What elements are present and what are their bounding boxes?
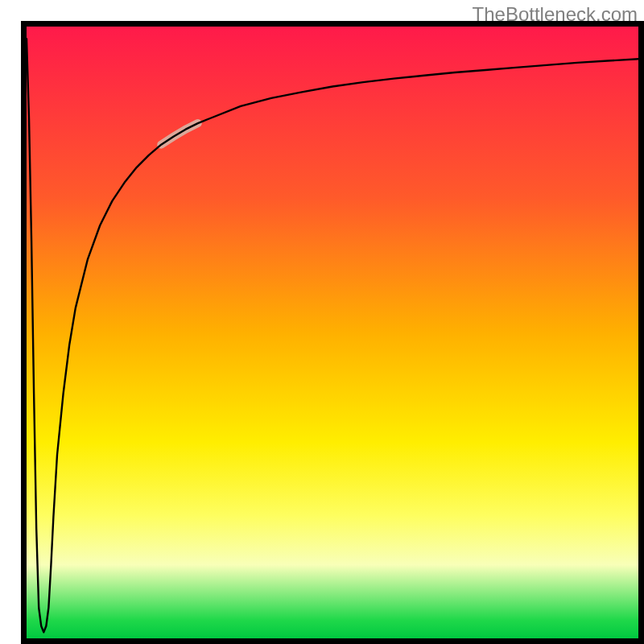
chart-container: TheBottleneck.com	[0, 0, 644, 644]
plot-background	[27, 27, 638, 638]
chart-svg	[0, 0, 644, 644]
watermark-text: TheBottleneck.com	[473, 3, 638, 26]
